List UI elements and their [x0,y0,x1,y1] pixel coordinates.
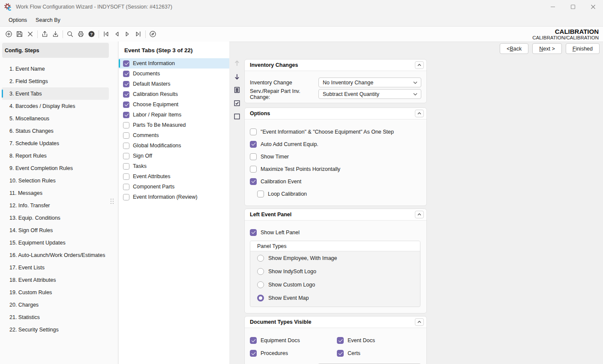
event-tab-checkbox[interactable] [123,71,129,77]
nav-first-button[interactable] [101,29,111,39]
document-type-row[interactable]: Equipment Docs [250,337,337,344]
nav-last-button[interactable] [133,29,144,39]
menu-item[interactable]: Search By [31,15,65,25]
add-button[interactable] [3,29,14,39]
event-tab-checkbox[interactable] [123,81,129,87]
sidebar-item[interactable]: 20. Charges [2,298,109,311]
event-tab-checkbox[interactable] [123,194,129,200]
back-button[interactable]: < Back [500,43,528,54]
sidebar-item[interactable]: 6. Status Changes [2,125,109,137]
event-tab-row[interactable]: Calibration Results [119,89,229,99]
sidebar-item[interactable]: 13. Equip. Conditions [2,212,109,224]
document-type-row[interactable]: Certs [337,350,421,357]
sidebar-item[interactable]: 15. Equipment Updates [2,236,109,249]
option-checkbox[interactable] [250,166,257,173]
dropdown[interactable]: Subtract Event Quantity [318,89,421,99]
maximize-button[interactable] [563,0,583,14]
radio-button[interactable] [257,281,264,288]
show-left-panel-row[interactable]: Show Left Panel [245,227,426,238]
minimize-button[interactable] [543,0,563,14]
sidebar-item[interactable]: 11. Messages [2,187,109,199]
panel-type-option[interactable]: Show IndySoft Logo [250,265,420,278]
event-tab-row[interactable]: Comments [119,130,229,140]
event-tab-row[interactable]: Event Information [119,58,229,69]
splitter-handle[interactable] [110,198,114,204]
event-tab-checkbox[interactable] [123,184,129,190]
sidebar-item[interactable]: 12. Info. Transfer [2,199,109,212]
help-button[interactable]: ? [86,29,97,39]
radio-button[interactable] [257,255,264,262]
sidebar-item[interactable]: 10. Selection Rules [2,174,109,187]
event-tab-row[interactable]: Choose Equipment [119,99,229,110]
sidebar-item[interactable]: 22. Security Settings [2,323,109,336]
option-checkbox[interactable] [250,141,257,148]
option-row[interactable]: Maximize Test Points Horizontally [245,163,426,175]
event-tab-checkbox[interactable] [123,173,129,180]
sidebar-item[interactable]: 3. Event Tabs [2,87,109,100]
document-type-checkbox[interactable] [337,337,344,344]
event-tab-row[interactable]: Default Masters [119,79,229,89]
option-row[interactable]: "Event Information" & "Choose Equipment"… [245,125,426,138]
menu-item[interactable]: Options [4,15,31,25]
sidebar-item[interactable]: 2. Field Settings [2,75,109,87]
collapse-button[interactable] [415,211,424,218]
event-tab-row[interactable]: Labor / Repair Items [119,110,229,120]
event-tab-checkbox[interactable] [123,153,129,159]
sidebar-item[interactable]: 18. Event Attributes [2,274,109,286]
event-tab-checkbox[interactable] [123,122,129,128]
sidebar-item[interactable]: 19. Custom Rules [2,286,109,298]
option-row[interactable]: Calibration Event [245,175,426,188]
collapse-button[interactable] [415,61,424,69]
event-tab-row[interactable]: Documents [119,69,229,79]
export-button[interactable] [39,29,50,39]
document-type-row[interactable]: Procedures [250,350,337,357]
search-button[interactable] [65,29,75,39]
option-checkbox[interactable] [250,128,257,135]
radio-button[interactable] [257,295,264,301]
panel-type-option[interactable]: Show Employee, With Image [250,251,420,265]
sidebar-item[interactable]: 5. Miscellaneous [2,112,109,125]
event-tab-checkbox[interactable] [123,132,129,139]
show-left-panel-checkbox[interactable] [250,229,257,236]
document-type-checkbox[interactable] [250,350,257,357]
move-down-button[interactable] [233,73,241,81]
collapse-button[interactable] [415,318,424,326]
view-document-button[interactable] [233,86,241,94]
event-tab-row[interactable]: Event Attributes [119,171,229,182]
event-tab-row[interactable]: Component Parts [119,182,229,192]
panel-type-option[interactable]: Show Event Map [250,291,420,304]
delete-button[interactable] [25,29,36,39]
option-checkbox[interactable] [257,191,264,197]
event-tab-row[interactable]: Tasks [119,161,229,171]
event-tab-row[interactable]: Global Modifications [119,140,229,151]
option-row[interactable]: Loop Calibration [245,188,426,200]
sidebar-item[interactable]: 8. Report Rules [2,149,109,162]
event-tab-row[interactable]: Event Information (Review) [119,192,229,202]
move-up-button[interactable] [233,60,241,67]
close-button[interactable] [583,0,603,14]
event-tab-checkbox[interactable] [123,112,129,118]
compass-button[interactable] [147,29,158,39]
sidebar-item[interactable]: 16. Auto-Launch/Work Orders/Estimates [2,249,109,261]
option-row[interactable]: Auto Add Current Equip. [245,138,426,150]
sidebar-item[interactable]: 17. Event Lists [2,261,109,274]
event-tab-checkbox[interactable] [123,163,129,170]
event-tab-row[interactable]: Parts To Be Measured [119,120,229,130]
sidebar-item[interactable]: 14. Sign Off Rules [2,224,109,236]
next-button[interactable]: Next > [532,43,561,54]
event-tab-row[interactable]: Sign Off [119,151,229,161]
option-row[interactable]: Show Timer [245,150,426,163]
event-tab-checkbox[interactable] [123,60,129,67]
nav-next-button[interactable] [122,29,133,39]
nav-previous-button[interactable] [111,29,122,39]
sidebar-item[interactable]: 1. Event Name [2,63,109,75]
save-button[interactable] [14,29,25,39]
dropdown[interactable]: No Inventory Change [318,78,421,87]
option-checkbox[interactable] [250,178,257,185]
sidebar-item[interactable]: 21. Statistics [2,311,109,323]
radio-button[interactable] [257,268,264,275]
collapse-button[interactable] [415,110,424,117]
event-tab-checkbox[interactable] [123,101,129,108]
print-button[interactable] [75,29,86,39]
finished-button[interactable]: Finished [566,43,600,54]
